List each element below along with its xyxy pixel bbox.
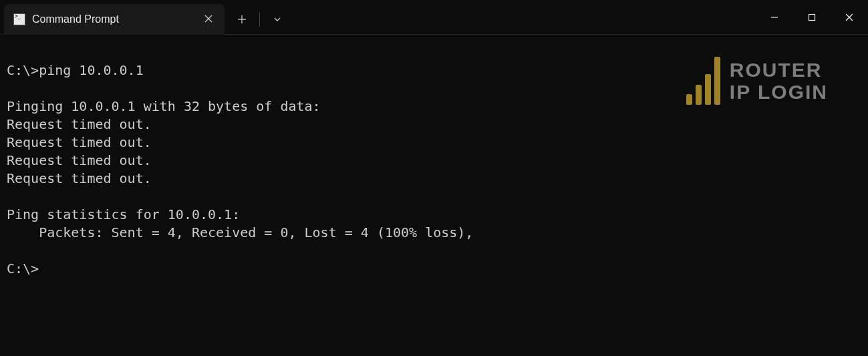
signal-bars-icon bbox=[686, 57, 720, 105]
watermark-line2: IP LOGIN bbox=[730, 81, 828, 103]
terminal-line: C:\>ping 10.0.0.1 bbox=[7, 62, 144, 78]
terminal-line: C:\> bbox=[7, 260, 39, 277]
minimize-button[interactable] bbox=[756, 0, 793, 35]
close-tab-icon[interactable] bbox=[202, 11, 215, 27]
tab-actions bbox=[230, 4, 289, 34]
maximize-button[interactable] bbox=[793, 0, 831, 35]
close-window-button[interactable] bbox=[831, 0, 868, 35]
terminal-line: Pinging 10.0.0.1 with 32 bytes of data: bbox=[7, 98, 321, 114]
terminal-line: Ping statistics for 10.0.0.1: bbox=[7, 206, 240, 222]
terminal-line: Packets: Sent = 4, Received = 0, Lost = … bbox=[7, 224, 473, 240]
watermark-line1: ROUTER bbox=[730, 59, 828, 81]
tab-divider bbox=[259, 12, 260, 27]
titlebar: >_ Command Prompt bbox=[0, 0, 868, 35]
watermark-text: ROUTER IP LOGIN bbox=[730, 59, 828, 103]
terminal-line: Request timed out. bbox=[7, 134, 152, 150]
svg-rect-5 bbox=[809, 14, 815, 20]
terminal-line: Request timed out. bbox=[7, 152, 152, 168]
cmd-icon: >_ bbox=[13, 13, 25, 25]
watermark-logo: ROUTER IP LOGIN bbox=[686, 57, 828, 105]
new-tab-button[interactable] bbox=[230, 7, 254, 31]
terminal-line: Request timed out. bbox=[7, 116, 152, 132]
tab-dropdown-button[interactable] bbox=[265, 7, 289, 31]
terminal-line: Request timed out. bbox=[7, 170, 152, 186]
window-controls bbox=[756, 0, 868, 34]
tab-command-prompt[interactable]: >_ Command Prompt bbox=[4, 4, 225, 35]
tab-title: Command Prompt bbox=[32, 13, 195, 25]
